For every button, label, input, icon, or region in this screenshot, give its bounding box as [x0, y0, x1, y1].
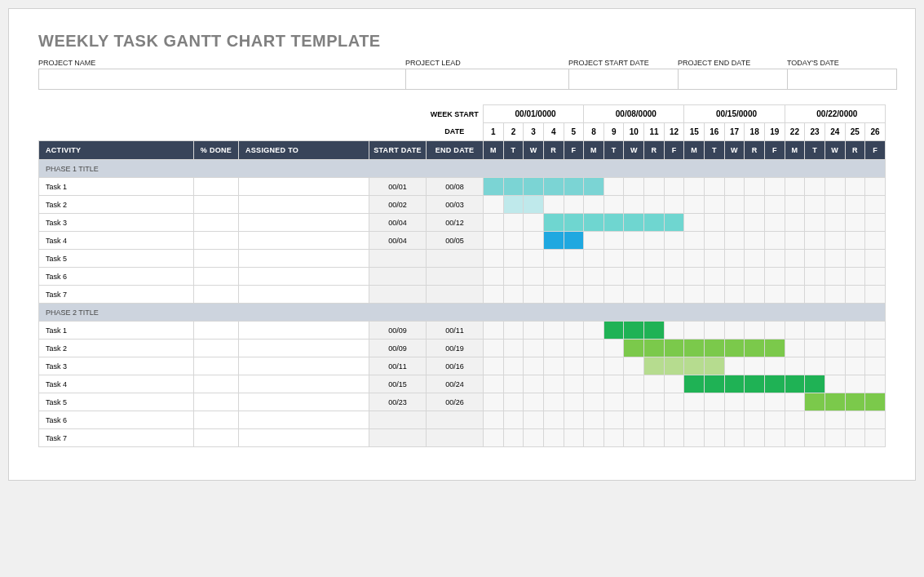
assigned-to-cell[interactable] — [239, 196, 369, 214]
pct-done-cell[interactable] — [194, 340, 239, 357]
project-lead-input[interactable] — [405, 69, 569, 90]
project-start-label: PROJECT START DATE — [568, 59, 678, 69]
start-date-cell[interactable]: 00/02 — [369, 196, 427, 214]
assigned-to-cell[interactable] — [239, 411, 369, 429]
pct-done-cell[interactable] — [194, 286, 239, 304]
gantt-cell — [543, 268, 564, 286]
assigned-to-cell[interactable] — [239, 322, 369, 340]
start-date-cell[interactable] — [369, 268, 427, 286]
pct-done-cell[interactable] — [194, 178, 239, 196]
pct-done-cell[interactable] — [194, 250, 239, 268]
assigned-to-cell[interactable] — [239, 214, 369, 232]
gantt-cell — [865, 340, 886, 357]
pct-done-cell[interactable] — [194, 322, 239, 340]
end-date-cell[interactable]: 00/16 — [427, 357, 484, 375]
pct-done-cell[interactable] — [194, 268, 239, 286]
date-cell: 24 — [825, 123, 845, 141]
end-date-cell[interactable]: 00/26 — [427, 393, 484, 411]
end-date-cell[interactable] — [427, 429, 484, 447]
gantt-cell — [484, 393, 504, 411]
assigned-to-cell[interactable] — [239, 393, 369, 411]
start-date-cell[interactable] — [369, 250, 427, 268]
assigned-to-cell[interactable] — [239, 286, 369, 304]
pct-done-cell[interactable] — [194, 375, 239, 393]
assigned-to-cell[interactable] — [239, 340, 369, 357]
end-date-cell[interactable]: 00/08 — [427, 178, 484, 196]
start-date-cell[interactable] — [369, 429, 427, 447]
gantt-cell — [584, 393, 604, 411]
pct-done-cell[interactable] — [194, 393, 239, 411]
pct-done-cell[interactable] — [194, 357, 239, 375]
start-date-cell[interactable] — [369, 286, 427, 304]
task-name-cell[interactable]: Task 1 — [39, 322, 194, 340]
task-name-cell[interactable]: Task 5 — [39, 393, 194, 411]
start-date-cell[interactable]: 00/09 — [369, 340, 427, 357]
start-date-cell[interactable]: 00/09 — [369, 322, 427, 340]
end-date-cell[interactable]: 00/11 — [427, 322, 484, 340]
end-date-cell[interactable]: 00/19 — [427, 340, 484, 357]
assigned-to-cell[interactable] — [239, 357, 369, 375]
gantt-cell — [764, 250, 785, 268]
task-name-cell[interactable]: Task 4 — [39, 375, 194, 393]
assigned-to-cell[interactable] — [239, 268, 369, 286]
end-date-cell[interactable] — [427, 286, 484, 304]
gantt-cell — [484, 340, 504, 357]
project-end-input[interactable] — [678, 69, 788, 90]
start-date-cell[interactable]: 00/11 — [369, 357, 427, 375]
task-name-cell[interactable]: Task 6 — [39, 411, 194, 429]
start-date-cell[interactable]: 00/23 — [369, 393, 427, 411]
assigned-to-cell[interactable] — [239, 375, 369, 393]
pct-done-cell[interactable] — [194, 214, 239, 232]
pct-done-cell[interactable] — [194, 429, 239, 447]
end-date-cell[interactable]: 00/24 — [427, 375, 484, 393]
start-date-cell[interactable]: 00/01 — [369, 178, 427, 196]
gantt-cell — [825, 340, 845, 357]
dow-cell: R — [543, 141, 564, 160]
gantt-cell — [785, 232, 805, 250]
pct-done-cell[interactable] — [194, 196, 239, 214]
assigned-to-cell[interactable] — [239, 232, 369, 250]
gantt-cell — [845, 429, 865, 447]
task-name-cell[interactable]: Task 2 — [39, 196, 194, 214]
task-name-cell[interactable]: Task 2 — [39, 340, 194, 357]
gantt-cell — [484, 268, 504, 286]
dow-cell: T — [705, 141, 725, 160]
start-date-cell[interactable]: 00/15 — [369, 375, 427, 393]
end-date-cell[interactable]: 00/05 — [427, 232, 484, 250]
start-date-cell[interactable]: 00/04 — [369, 232, 427, 250]
gantt-cell — [805, 250, 825, 268]
gantt-cell — [745, 357, 765, 375]
todays-date-input[interactable] — [787, 69, 897, 90]
assigned-to-cell[interactable] — [239, 250, 369, 268]
project-name-label: PROJECT NAME — [38, 59, 405, 69]
assigned-to-cell[interactable] — [239, 178, 369, 196]
end-date-cell[interactable] — [427, 268, 484, 286]
dow-cell: W — [724, 141, 745, 160]
gantt-cell — [543, 322, 564, 340]
gantt-cell — [503, 322, 524, 340]
end-date-cell[interactable]: 00/03 — [427, 196, 484, 214]
start-date-cell[interactable] — [369, 411, 427, 429]
start-date-cell[interactable]: 00/04 — [369, 214, 427, 232]
assigned-to-cell[interactable] — [239, 429, 369, 447]
task-name-cell[interactable]: Task 1 — [39, 178, 194, 196]
gantt-cell — [543, 250, 564, 268]
gantt-cell — [664, 196, 684, 214]
task-name-cell[interactable]: Task 6 — [39, 268, 194, 286]
task-name-cell[interactable]: Task 4 — [39, 232, 194, 250]
pct-done-cell[interactable] — [194, 232, 239, 250]
date-cell: 10 — [624, 123, 644, 141]
task-name-cell[interactable]: Task 3 — [39, 357, 194, 375]
project-name-input[interactable] — [38, 69, 406, 90]
project-start-input[interactable] — [568, 69, 679, 90]
task-name-cell[interactable]: Task 7 — [39, 429, 194, 447]
pct-done-cell[interactable] — [194, 411, 239, 429]
task-name-cell[interactable]: Task 5 — [39, 250, 194, 268]
gantt-cell — [684, 340, 705, 357]
end-date-cell[interactable]: 00/12 — [427, 214, 484, 232]
task-name-cell[interactable]: Task 3 — [39, 214, 194, 232]
gantt-cell — [724, 178, 745, 196]
end-date-cell[interactable] — [427, 250, 484, 268]
task-name-cell[interactable]: Task 7 — [39, 286, 194, 304]
end-date-cell[interactable] — [427, 411, 484, 429]
